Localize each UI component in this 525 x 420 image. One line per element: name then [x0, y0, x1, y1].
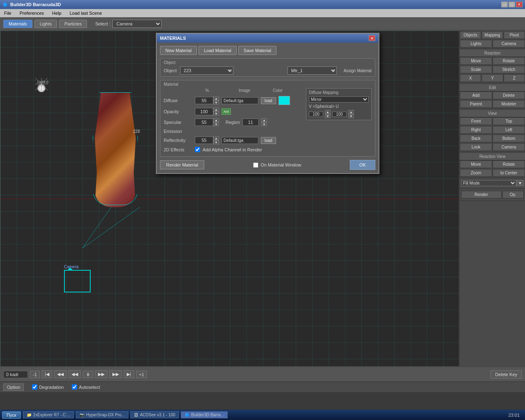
taskbar-hypersnap[interactable]: 📷 HyperSnap-DX Pro...	[76, 411, 128, 418]
u-input[interactable]	[332, 112, 347, 117]
reflect-pct-input[interactable]	[195, 137, 213, 144]
objects-btn[interactable]: Objects	[460, 31, 481, 39]
y-btn[interactable]: Y	[482, 74, 503, 82]
diffuse-img-input[interactable]	[221, 97, 258, 104]
tab-lights[interactable]: Lights	[34, 20, 57, 28]
menu-file[interactable]: File	[2, 10, 14, 16]
degradation-checkbox[interactable]	[32, 384, 37, 390]
tab-materials[interactable]: Materials	[3, 20, 32, 28]
specular-pct-up[interactable]: ▲	[213, 118, 219, 122]
op-btn[interactable]: Op.	[502, 191, 524, 199]
prev-key-btn[interactable]: ◀◀	[54, 370, 66, 378]
reflect-pct-down[interactable]: ▼	[213, 140, 219, 144]
diffuse-pct-up[interactable]: ▲	[213, 96, 219, 100]
bottom-btn[interactable]: Bottom	[493, 135, 525, 142]
minimize-btn[interactable]: ─	[501, 2, 508, 7]
z-btn[interactable]: Z	[504, 74, 525, 82]
close-btn[interactable]: ✕	[516, 2, 523, 7]
v-input[interactable]	[309, 112, 323, 117]
maximize-btn[interactable]: □	[509, 2, 515, 7]
parent-btn[interactable]: Parent	[460, 100, 492, 108]
opacity-pct-input[interactable]	[195, 108, 213, 115]
pivot-btn[interactable]: Pivot	[504, 31, 525, 39]
forward-btn[interactable]: ▶▶	[95, 370, 107, 378]
go-start-btn[interactable]: |◀	[42, 370, 52, 378]
menu-help[interactable]: Help	[50, 10, 64, 16]
diffuse-map-select[interactable]: Mirror	[309, 96, 369, 103]
rv-center-btn[interactable]: to Center	[493, 169, 525, 177]
reflect-load-btn[interactable]: load	[261, 137, 276, 144]
u-down-btn[interactable]: ▼	[348, 114, 354, 118]
region-up[interactable]: ▲	[261, 118, 267, 122]
v-down-btn[interactable]: ▼	[325, 114, 331, 118]
save-material-btn[interactable]: Save Material	[238, 46, 276, 55]
diffuse-color-swatch[interactable]	[278, 96, 290, 105]
camera-object[interactable]: Camera	[64, 265, 91, 292]
camera-tab-btn[interactable]: Camera	[493, 40, 525, 48]
rv-zoom-btn[interactable]: Zoom	[460, 169, 492, 177]
delete-btn[interactable]: Delete	[493, 91, 525, 99]
step-back-btn[interactable]: -1	[30, 371, 40, 378]
light-object[interactable]: Light 0	[37, 80, 48, 92]
left-btn[interactable]: Left	[493, 126, 525, 134]
next-key-btn[interactable]: ▶▶	[110, 370, 122, 378]
ani-btn[interactable]: Ani	[221, 108, 231, 115]
autoselect-checkbox[interactable]	[72, 384, 77, 390]
u-up-btn[interactable]: ▲	[348, 110, 354, 114]
alpha-channel-checkbox[interactable]	[195, 147, 200, 152]
taskbar-acdsee[interactable]: 🖼 ACDSee v3.1 - 100	[130, 411, 179, 418]
opacity-pct-up[interactable]: ▲	[213, 107, 219, 112]
material-select[interactable]: Mtr_1	[288, 66, 337, 75]
v-up-btn[interactable]: ▲	[325, 110, 331, 114]
render-material-btn[interactable]: Render Material	[160, 160, 204, 169]
opacity-pct-down[interactable]: ▼	[213, 112, 219, 116]
camera-view-btn[interactable]: Camera	[493, 143, 525, 151]
stretch-btn[interactable]: Stretch	[493, 66, 525, 73]
look-btn[interactable]: Look	[460, 143, 492, 151]
modeler-btn[interactable]: Modeler	[493, 100, 525, 108]
render-btn[interactable]: Render	[461, 191, 502, 199]
tab-particles[interactable]: Particles	[59, 20, 87, 28]
fill-mode-arrow-btn[interactable]: ▼	[516, 180, 524, 186]
diffuse-pct-down[interactable]: ▼	[213, 100, 219, 105]
ok-btn[interactable]: OK	[350, 160, 375, 170]
add-btn[interactable]: Add	[460, 91, 492, 99]
go-end-btn[interactable]: ▶|	[124, 370, 134, 378]
top-btn[interactable]: Top	[493, 117, 525, 125]
rv-rotate-btn[interactable]: Rotate	[493, 160, 525, 168]
front-btn[interactable]: Front	[460, 117, 492, 125]
right-view-btn[interactable]: Right	[460, 126, 492, 134]
pause-btn[interactable]: ⏸	[83, 371, 93, 378]
reflect-img-input[interactable]	[221, 137, 258, 144]
option-btn[interactable]: Option	[3, 383, 24, 391]
rv-move-btn[interactable]: Move	[460, 160, 492, 168]
lights-tab-btn[interactable]: Lights	[460, 40, 492, 48]
menu-load-last-scene[interactable]: Load last Scene	[68, 10, 104, 16]
taskbar-explorer[interactable]: 📁 2xExplorer R7 - C:...	[23, 411, 74, 418]
object-select[interactable]: 223	[180, 66, 233, 75]
camera-select[interactable]: Camera	[112, 20, 162, 28]
rewind-btn[interactable]: ◀◀	[68, 370, 81, 378]
scale-btn[interactable]: Scale	[460, 66, 492, 73]
rotate-btn[interactable]: Rotate	[493, 57, 525, 65]
start-button[interactable]: Пуск	[2, 411, 21, 419]
diffuse-load-btn[interactable]: load	[261, 97, 276, 104]
load-material-btn[interactable]: Load Material	[199, 46, 237, 55]
x-btn[interactable]: X	[460, 74, 481, 82]
back-btn[interactable]: Back	[460, 135, 492, 142]
fill-mode-select[interactable]: Fill Mode	[461, 180, 516, 186]
move-btn[interactable]: Move	[460, 57, 492, 65]
region-down[interactable]: ▼	[261, 122, 267, 126]
step-forward-btn[interactable]: +1	[136, 371, 147, 378]
specular-pct-down[interactable]: ▼	[213, 122, 219, 126]
vase-object[interactable]: 228	[91, 92, 140, 207]
dialog-close-btn[interactable]: ✕	[369, 35, 375, 41]
mapping-btn[interactable]: Mapping	[482, 31, 503, 39]
new-material-btn[interactable]: New Material	[160, 46, 197, 55]
specular-pct-input[interactable]	[195, 119, 213, 126]
reflect-pct-up[interactable]: ▲	[213, 136, 219, 140]
taskbar-builder3d[interactable]: 🔷 Builder3D Barra...	[181, 411, 227, 418]
on-material-checkbox[interactable]	[253, 162, 258, 168]
region-input[interactable]	[242, 119, 259, 126]
delete-key-btn[interactable]: Delete Key	[491, 370, 522, 379]
